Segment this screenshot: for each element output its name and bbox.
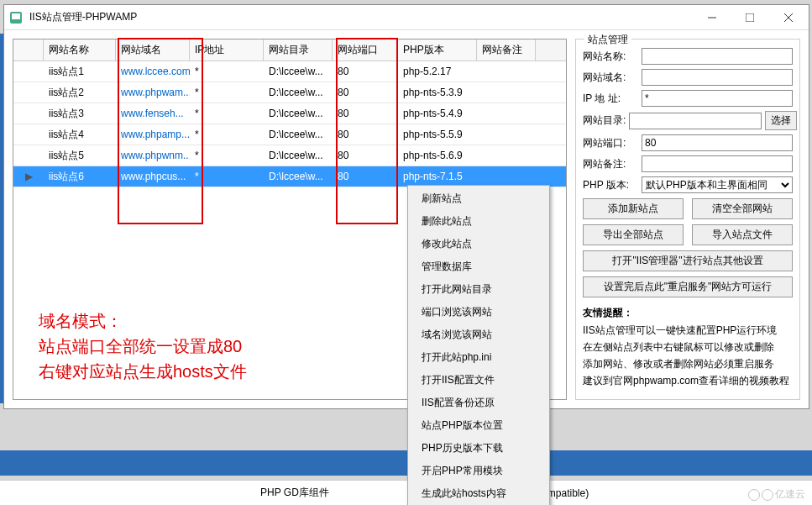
cell-remark <box>477 131 536 138</box>
cell-remark <box>477 110 536 117</box>
svg-rect-1 <box>12 13 20 19</box>
open-iis-manager-button[interactable]: 打开"IIS管理器"进行站点其他设置 <box>583 250 793 271</box>
context-menu-item[interactable]: PHP历史版本下载 <box>410 437 547 460</box>
context-menu-item[interactable]: 管理数据库 <box>410 255 547 278</box>
cell-port: 80 <box>333 104 398 123</box>
context-menu-item[interactable]: 修改此站点 <box>410 233 547 255</box>
context-menu-item[interactable]: IIS配置备份还原 <box>410 392 547 414</box>
watermark-icon-2 <box>762 489 773 501</box>
cell-domain: www.fenseh... <box>116 104 190 123</box>
select-php[interactable]: 默认PHP版本和主界面相同 <box>642 176 793 193</box>
app-icon <box>9 11 23 24</box>
annotation-line2: 站点端口全部统一设置成80 <box>39 334 247 359</box>
table-row[interactable]: iis站点2www.phpwam...*D:\lccee\w...80php-n… <box>13 82 566 103</box>
col-port[interactable]: 网站端口 <box>333 39 398 60</box>
row-handle[interactable]: ▶ <box>13 171 44 182</box>
hints-title: 友情提醒： <box>583 306 793 320</box>
annotation-line1: 域名模式： <box>39 308 247 334</box>
col-ip[interactable]: IP地址 <box>190 39 264 60</box>
col-domain[interactable]: 网站域名 <box>116 39 190 60</box>
table-header-row: 网站名称 网站域名 IP地址 网站目录 网站端口 PHP版本 网站备注 <box>13 39 566 61</box>
input-remark[interactable] <box>642 155 793 172</box>
col-site-name[interactable]: 网站名称 <box>44 39 116 60</box>
context-menu-item[interactable]: 刷新站点 <box>410 187 547 210</box>
col-remark[interactable]: 网站备注 <box>477 39 536 60</box>
titlebar: IIS站点管理-PHPWAMP <box>4 5 809 30</box>
context-menu-item[interactable]: 域名浏览该网站 <box>410 324 547 346</box>
label-dir: 网站目录: <box>583 113 626 128</box>
cell-ip: * <box>190 83 264 102</box>
context-menu-item[interactable]: 打开IIS配置文件 <box>410 369 547 392</box>
cell-php: php-nts-5.3.9 <box>398 83 477 102</box>
input-ip[interactable] <box>642 90 793 107</box>
row-handle-header <box>13 39 44 60</box>
cell-php: php-nts-5.4.9 <box>398 104 477 123</box>
cell-php: php-5.2.17 <box>398 62 477 81</box>
cell-name: iis站点4 <box>44 124 116 145</box>
watermark-text: 亿速云 <box>775 487 805 502</box>
cell-port: 80 <box>333 125 398 144</box>
cell-remark <box>477 68 536 75</box>
context-menu-item[interactable]: 站点PHP版本位置 <box>410 414 547 437</box>
label-php: PHP 版本: <box>583 178 638 192</box>
cell-domain: www.phpcus... <box>116 167 190 186</box>
context-menu-item[interactable]: 打开此网站目录 <box>410 278 547 301</box>
cell-domain: www.lccee.com <box>116 62 190 81</box>
cell-dir: D:\lccee\w... <box>264 167 333 186</box>
status-bar: PHP GD库组件 mpatible) <box>0 480 812 505</box>
context-menu-item[interactable]: 生成此站hosts内容 <box>410 482 547 505</box>
context-menu-item[interactable]: 开启PHP常用模块 <box>410 460 547 482</box>
context-menu-item[interactable]: 删除此站点 <box>410 210 547 233</box>
cell-ip: * <box>190 62 264 81</box>
browse-button[interactable]: 选择 <box>765 111 797 130</box>
cell-remark <box>477 173 536 180</box>
cell-php: php-nts-5.5.9 <box>398 125 477 144</box>
table-row[interactable]: iis站点1www.lccee.com*D:\lccee\w...80php-5… <box>13 61 566 82</box>
restart-service-button[interactable]: 设置完后点此"重启服务"网站方可运行 <box>583 276 793 297</box>
table-row[interactable]: iis站点5www.phpwnm...*D:\lccee\w...80php-n… <box>13 145 566 166</box>
col-dir[interactable]: 网站目录 <box>264 39 333 60</box>
cell-ip: * <box>190 104 264 123</box>
cell-dir: D:\lccee\w... <box>264 125 333 144</box>
cell-name: iis站点5 <box>44 145 116 166</box>
export-sites-button[interactable]: 导出全部站点 <box>583 224 684 245</box>
cell-domain: www.phpwnm... <box>116 146 190 165</box>
close-button[interactable] <box>768 5 809 30</box>
cell-remark <box>477 152 536 159</box>
site-manage-panel: 站点管理 网站名称: 网站域名: IP 地 址: 网站目录:选择 网站端口: 网… <box>575 39 800 400</box>
minimize-button[interactable] <box>693 5 731 30</box>
watermark-icon <box>748 489 760 501</box>
cell-dir: D:\lccee\w... <box>264 62 333 81</box>
label-remark: 网站备注: <box>583 157 638 171</box>
clear-sites-button[interactable]: 清空全部网站 <box>692 198 793 219</box>
svg-rect-3 <box>746 13 754 22</box>
context-menu-item[interactable]: 打开此站php.ini <box>410 346 547 369</box>
status-gd: PHP GD库组件 <box>0 486 405 500</box>
cell-port: 80 <box>333 167 398 186</box>
cell-port: 80 <box>333 146 398 165</box>
context-menu: 刷新站点删除此站点修改此站点管理数据库打开此网站目录端口浏览该网站域名浏览该网站… <box>407 185 550 505</box>
watermark: 亿速云 <box>748 487 805 502</box>
col-php[interactable]: PHP版本 <box>398 39 477 60</box>
cell-port: 80 <box>333 62 398 81</box>
label-port: 网站端口: <box>583 136 638 150</box>
cell-php: php-nts-5.6.9 <box>398 146 477 165</box>
add-site-button[interactable]: 添加新站点 <box>583 198 684 219</box>
import-sites-button[interactable]: 导入站点文件 <box>692 224 793 245</box>
cell-dir: D:\lccee\w... <box>264 104 333 123</box>
window-title: IIS站点管理-PHPWAMP <box>28 10 693 24</box>
panel-legend: 站点管理 <box>584 33 631 47</box>
cell-php: php-nts-7.1.5 <box>398 167 477 186</box>
input-site-name[interactable] <box>642 48 793 65</box>
table-row[interactable]: iis站点3www.fenseh...*D:\lccee\w...80php-n… <box>13 103 566 124</box>
input-dir[interactable] <box>629 113 762 129</box>
input-port[interactable] <box>642 134 793 151</box>
cell-domain: www.phpwam... <box>116 83 190 102</box>
hint-2: 在左侧站点列表中右键鼠标可以修改或删除 <box>583 340 793 355</box>
input-domain[interactable] <box>642 69 793 86</box>
maximize-button[interactable] <box>731 5 768 30</box>
context-menu-item[interactable]: 端口浏览该网站 <box>410 301 547 324</box>
label-site-name: 网站名称: <box>583 50 638 64</box>
table-row[interactable]: iis站点4www.phpamp...*D:\lccee\w...80php-n… <box>13 124 566 145</box>
cell-name: iis站点1 <box>44 61 116 82</box>
